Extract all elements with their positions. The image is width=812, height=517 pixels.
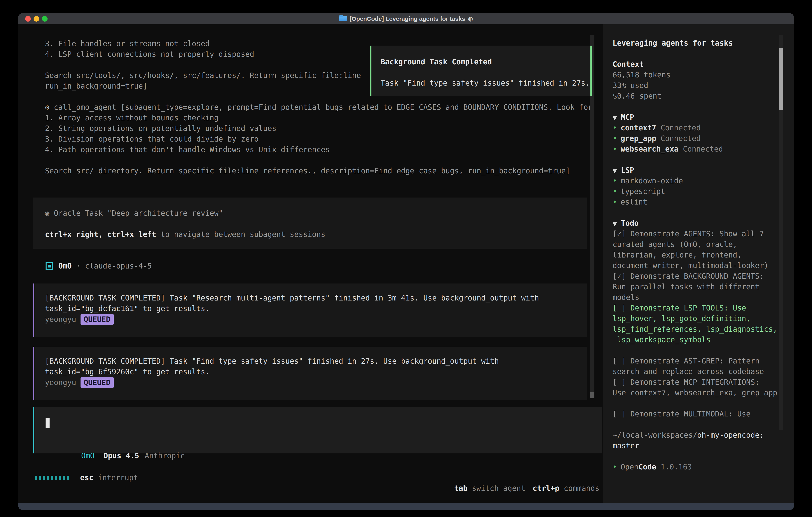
todo-line: search and replace across codebase [613, 366, 781, 377]
sidebar-scrollbar-thumb[interactable] [779, 48, 783, 110]
todo-line: librarian, explore, frontend, [613, 250, 781, 260]
todo-line: lsp_workspace_symbols [613, 334, 781, 345]
collapse-triangle-icon: ▼ [613, 167, 617, 174]
app-version: •OpenCode1.0.163 [613, 462, 781, 472]
traffic-lights [25, 13, 48, 24]
message-meta: yeongyuQUEUED [45, 314, 114, 325]
input-agent-name: OmO [81, 452, 94, 460]
author-name: yeongyu [45, 315, 76, 324]
chat-line: run_in_background=true] [45, 81, 147, 91]
chat-line: Search src/tools/, src/hooks/, src/featu… [45, 70, 361, 81]
todo-line: Run parallel tasks with different [613, 281, 781, 292]
workspace-path: ~/local-workspaces/oh-my-opencode: [613, 430, 781, 440]
lsp-item: •markdown-oxide [613, 175, 781, 186]
todo-section-header[interactable]: ▼Todo [613, 218, 781, 228]
todo-line: curated agents (OmO, oracle, [613, 239, 781, 250]
oracle-task-panel: ◉ Oracle Task "Deep architecture review"… [33, 197, 587, 249]
todo-line: lsp_hover, lsp_goto_definition, [613, 313, 781, 324]
fisheye-icon: ◉ [45, 209, 49, 218]
collapse-triangle-icon: ▼ [613, 220, 617, 227]
text-cursor [46, 418, 50, 428]
half-circle-icon: ◐ [468, 16, 473, 22]
lsp-item: •typescript [613, 186, 781, 197]
context-heading: Context [613, 60, 644, 69]
chat-line: 3. File handles or streams not closed [45, 38, 210, 49]
lsp-section-header[interactable]: ▼LSP [613, 165, 781, 175]
close-button[interactable] [25, 16, 31, 22]
titlebar: [OpenCode] Leveraging agents for tasks ◐ [18, 13, 794, 24]
ctrlp-key-label: commands [559, 484, 600, 493]
todo-line: [✓] Demonstrate BACKGROUND AGENTS: [613, 271, 781, 281]
app-window: [OpenCode] Leveraging agents for tasks ◐… [18, 13, 794, 510]
lsp-item: •eslint [613, 197, 781, 207]
gear-icon: ⚙ [45, 103, 49, 112]
tool-call-line: 2. String operations on potentially unde… [45, 123, 276, 134]
ctrlp-key-hint: ctrl+p [533, 484, 559, 493]
collapse-triangle-icon: ▼ [613, 114, 617, 121]
input-provider-name: Anthropic [145, 452, 184, 460]
sidebar: Leveraging agents for tasks Context 66,5… [603, 24, 794, 502]
minimize-button[interactable] [34, 16, 39, 22]
todo-line: [ ] Demonstrate LSP TOOLS: Use [613, 303, 781, 313]
status-badge: QUEUED [81, 314, 114, 325]
session-title: Leveraging agents for tasks [613, 39, 733, 47]
message-line: task_id="bg_dcfac161" to get results. [45, 303, 210, 314]
agent-model: · claude-opus-4-5 [76, 262, 152, 270]
tool-call-line: Search src/ directory. Return specific f… [45, 166, 570, 176]
notification-toast: Background Task Completed Task "Find typ… [370, 46, 592, 96]
status-dot-icon: • [613, 124, 617, 132]
todo-line: [ ] Demonstrate MULTIMODAL: Use [613, 409, 781, 419]
workspace-branch: master [613, 440, 781, 451]
todo-line: lsp_find_references, lsp_diagnostics, [613, 324, 781, 334]
todo-line [613, 398, 781, 409]
message-line: [BACKGROUND TASK COMPLETED] Task "Find t… [45, 356, 499, 366]
message-meta: yeongyuQUEUED [45, 377, 114, 388]
todo-line: document-writer, multimodal-looker) [613, 260, 781, 271]
esc-key-label: interrupt [93, 473, 138, 482]
status-dot-icon: • [613, 134, 617, 143]
status-dot-icon: • [613, 463, 617, 471]
prompt-input[interactable]: OmOOpus 4.5Anthropic [33, 407, 602, 454]
todo-line: [ ] Demonstrate MCP INTEGRATIONS: [613, 377, 781, 387]
sidebar-content: Leveraging agents for tasks Context 66,5… [613, 38, 781, 472]
toast-title: Background Task Completed [381, 57, 492, 67]
todo-line: [✓] Demonstrate AGENTS: Show all 7 [613, 228, 781, 239]
status-dot-icon: • [613, 145, 617, 153]
status-dot-icon: • [613, 198, 617, 206]
todo-line: Use context7, websearch_exa, grep_app [613, 387, 781, 398]
chat-line: 4. LSP client connections not properly d… [45, 49, 254, 60]
agent-square-icon [46, 262, 53, 270]
todo-line: [ ] Demonstrate AST-GREP: Pattern [613, 356, 781, 366]
agent-name: OmO [58, 262, 72, 270]
status-dot-icon: • [613, 187, 617, 196]
author-name: yeongyu [45, 378, 76, 387]
message-line: task_id="bg_6f59260c" to get results. [45, 366, 210, 377]
window-title: [OpenCode] Leveraging agents for tasks [350, 16, 465, 22]
oracle-task-title: ◉ Oracle Task "Deep architecture review" [45, 208, 223, 219]
context-tokens: 66,518 tokens [613, 70, 781, 80]
mcp-item: •grep_appConnected [613, 133, 781, 144]
toast-body: Task "Find type safety issues" finished … [381, 78, 590, 88]
model-row: OmOOpus 4.5Anthropic [46, 440, 185, 451]
message-line: [BACKGROUND TASK COMPLETED] Task "Resear… [45, 293, 539, 303]
window-bottom-bar [18, 502, 794, 510]
desktop-background: [OpenCode] Leveraging agents for tasks ◐… [0, 0, 812, 517]
window-title-group: [OpenCode] Leveraging agents for tasks ◐ [339, 16, 473, 22]
status-badge: QUEUED [81, 377, 114, 388]
sidebar-scrollbar[interactable] [779, 35, 783, 430]
oracle-task-hint: ctrl+x right, ctrl+x left to navigate be… [45, 229, 325, 240]
input-model-name: Opus 4.5 [104, 452, 139, 460]
mcp-section-header[interactable]: ▼MCP [613, 112, 781, 123]
todo-line: models [613, 292, 781, 303]
tool-call-line: 4. Path operations that don't handle Win… [45, 144, 330, 155]
tool-call-line: 3. Division operations that could divide… [45, 134, 259, 144]
status-dot-icon: • [613, 176, 617, 185]
background-task-message: [BACKGROUND TASK COMPLETED] Task "Find t… [33, 347, 587, 400]
zoom-button[interactable] [42, 16, 48, 22]
tool-call-line: 1. Array access without bounds checking [45, 113, 219, 123]
tab-key-label: switch agent [467, 484, 530, 493]
statusbar-left: esc interrupt [35, 472, 138, 483]
mcp-item: •context7Connected [613, 123, 781, 133]
chat-scrollbar-thumb[interactable] [590, 392, 594, 398]
esc-key-hint: esc [80, 473, 93, 482]
